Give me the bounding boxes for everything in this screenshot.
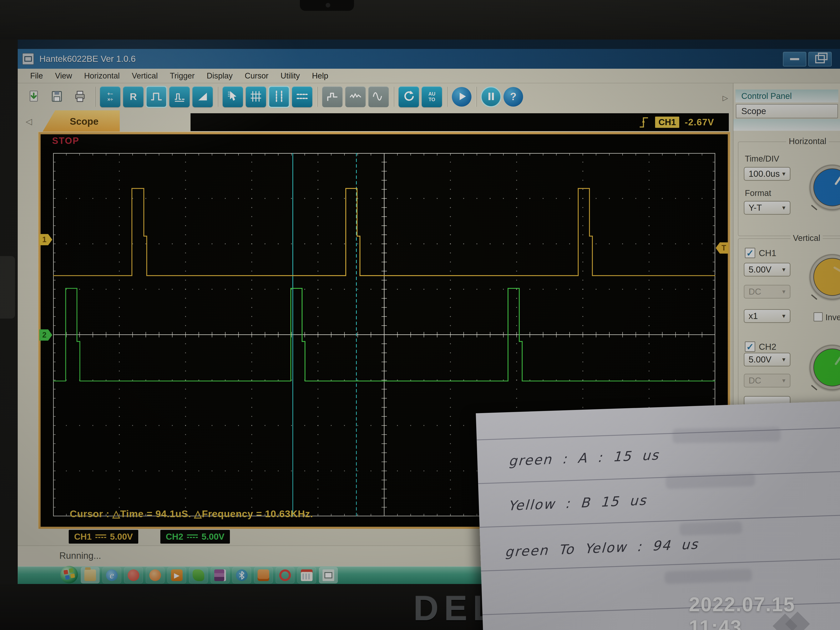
start-acquisition-button[interactable]: [452, 87, 471, 107]
pointer-cursor-button[interactable]: [223, 87, 243, 107]
save-button[interactable]: [47, 87, 67, 107]
red-ring-app-button[interactable]: [276, 567, 294, 583]
tray-button[interactable]: [319, 567, 338, 583]
menu-horizontal[interactable]: Horizontal: [84, 71, 120, 81]
windows-flag-icon: [59, 565, 79, 584]
ch1-volts-select[interactable]: 5.00V▼: [744, 263, 790, 276]
ch2-coupling-select[interactable]: DC▼: [744, 374, 790, 387]
menu-display[interactable]: Display: [207, 71, 233, 81]
red-circle-icon: [128, 569, 139, 581]
step-wave-button[interactable]: [322, 87, 343, 107]
open-icon: [27, 90, 41, 104]
ch2-volts-select[interactable]: 5.00V▼: [744, 353, 790, 366]
tab-scope[interactable]: Scope: [42, 111, 120, 132]
chevron-down-icon: ▼: [781, 377, 786, 384]
green-blob-icon: [193, 569, 204, 581]
auto-setup-button[interactable]: AUTO: [422, 87, 442, 107]
pulse-measure-button[interactable]: [169, 87, 190, 107]
start-button[interactable]: [60, 566, 78, 583]
grid-button[interactable]: [246, 87, 266, 107]
explorer-button[interactable]: [81, 567, 99, 583]
orange-app-button[interactable]: [254, 567, 273, 583]
ch2-enable-checkbox[interactable]: ✓: [745, 341, 755, 352]
chevron-down-icon: ▼: [781, 313, 786, 319]
restore-button[interactable]: [808, 52, 832, 66]
format-select[interactable]: Y-T▼: [744, 201, 790, 215]
menu-bar: FileViewHorizontalVerticalTriggerDisplay…: [18, 69, 840, 83]
ch1-coupling-select[interactable]: DC▼: [744, 285, 790, 298]
ch1-level-marker[interactable]: 1: [39, 234, 52, 245]
menu-help[interactable]: Help: [312, 71, 328, 81]
help-button[interactable]: ?: [504, 87, 523, 107]
ramp-button[interactable]: [193, 87, 213, 107]
orange-browser-button[interactable]: [146, 567, 164, 583]
calendar-app-button[interactable]: [297, 567, 316, 583]
laptop-hinge: [0, 256, 15, 319]
cursor-measurement-readout: Cursor : △Time = 94.1uS. △Frequency = 10…: [70, 508, 313, 519]
menu-trigger[interactable]: Trigger: [170, 71, 195, 81]
ch2-status-badge[interactable]: CH2 5.00V: [160, 530, 230, 543]
toolbar-separator: [447, 87, 447, 107]
svg-text:AU: AU: [428, 91, 436, 96]
menu-vertical[interactable]: Vertical: [132, 71, 158, 81]
red-app-button[interactable]: [124, 567, 143, 583]
minimize-button[interactable]: [783, 52, 806, 66]
pause-acquisition-button[interactable]: [481, 87, 501, 107]
trigger-source-badge[interactable]: CH1: [655, 117, 679, 128]
noise-wave-button[interactable]: [345, 87, 366, 107]
panel-expand-arrow[interactable]: ▷: [723, 94, 728, 102]
rising-edge-icon: [639, 115, 650, 129]
browser-e-button[interactable]: e: [103, 567, 121, 583]
sine-wave-button[interactable]: [368, 87, 389, 107]
ch1-invert-checkbox[interactable]: [813, 312, 823, 321]
red-ring-icon: [279, 569, 291, 581]
timediv-select[interactable]: 100.0us▼: [744, 167, 790, 181]
bluetooth-button[interactable]: [232, 567, 251, 583]
toolbar-separator: [95, 87, 96, 107]
ch2-level-marker[interactable]: 2: [39, 329, 52, 341]
tab-strip: ◁ Scope CH1 -2.67V: [18, 111, 731, 132]
trigger-level-marker[interactable]: T: [716, 242, 729, 254]
pointer-icon: [226, 90, 240, 104]
ch1-probe-select[interactable]: x1▼: [744, 309, 790, 323]
menu-file[interactable]: File: [30, 71, 43, 81]
calendar-icon: [301, 569, 313, 581]
refresh-button[interactable]: [399, 87, 419, 107]
horizontal-cursors-button[interactable]: [292, 87, 313, 107]
chevron-down-icon: ▼: [781, 267, 786, 273]
help-icon: ?: [507, 90, 520, 104]
green-app-button[interactable]: [189, 567, 208, 583]
open-button[interactable]: [24, 87, 44, 107]
sine-icon: [372, 90, 385, 104]
webcam: [300, 0, 354, 11]
trigger-readout: CH1 -2.67V: [191, 113, 729, 132]
pause-icon: [484, 90, 498, 104]
menu-utility[interactable]: Utility: [281, 71, 300, 81]
tab-scroll-left-arrow[interactable]: ◁: [25, 117, 32, 126]
ie-icon: e: [106, 569, 118, 581]
grid-icon: [249, 90, 263, 104]
panel-mode-select[interactable]: Scope: [736, 104, 838, 118]
menu-view[interactable]: View: [55, 71, 72, 81]
vertical-cursors-button[interactable]: [269, 87, 289, 107]
camera-timestamp: 2022.07.15 11:43: [689, 593, 840, 630]
vcursors-icon: [272, 90, 286, 104]
window-title: Hantek6022BE Ver 1.0.6: [39, 54, 136, 64]
media-player-button[interactable]: ▶: [167, 567, 186, 583]
math-icon: +−×÷: [103, 90, 117, 104]
ch1-status-badge[interactable]: CH1 5.00V: [69, 530, 138, 543]
ch1-invert-label: Invert: [826, 313, 840, 322]
laptop-bezel-top: [0, 0, 840, 39]
ch1-volts: 5.00V: [110, 532, 133, 542]
print-button[interactable]: [70, 87, 90, 107]
save-icon: [50, 90, 64, 104]
restore-icon: [815, 55, 825, 63]
pulse2-icon: [173, 90, 186, 104]
archiver-button[interactable]: [211, 567, 229, 583]
math-button[interactable]: +−×÷: [100, 87, 120, 107]
menu-cursor[interactable]: Cursor: [245, 71, 268, 81]
pulse-wave-button[interactable]: [146, 87, 167, 107]
ch2-label: CH2: [166, 532, 183, 542]
reference-button[interactable]: R: [123, 87, 144, 107]
ch1-enable-checkbox[interactable]: ✓: [745, 248, 755, 258]
